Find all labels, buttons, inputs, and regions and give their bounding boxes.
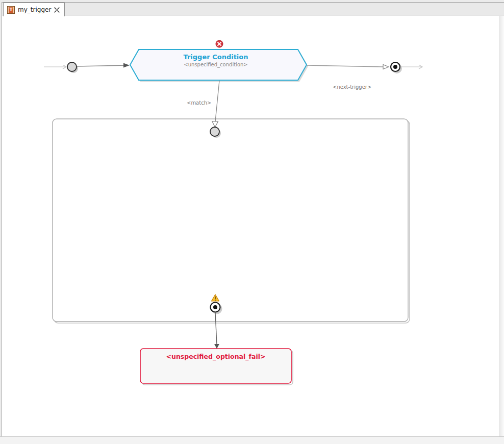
tab-my-trigger[interactable]: T my_trigger xyxy=(3,3,65,16)
end-node-next-trigger[interactable] xyxy=(391,62,402,73)
edge-label-match[interactable]: <match> xyxy=(187,100,211,106)
trigger-file-icon: T xyxy=(7,6,15,14)
workbench: T my_trigger xyxy=(0,0,504,444)
edge-trigger-to-end[interactable] xyxy=(307,65,389,69)
group-region-node[interactable] xyxy=(53,119,410,323)
tab-title: my_trigger xyxy=(18,6,51,13)
trigger-node-title: Trigger Condition xyxy=(183,53,248,61)
fail-node-label: <unspecified_optional_fail> xyxy=(166,353,266,360)
edge-incoming-faint[interactable] xyxy=(44,65,66,69)
edge-label-next-trigger[interactable]: <next-trigger> xyxy=(333,84,371,90)
edge-start-to-trigger[interactable] xyxy=(77,63,130,68)
close-icon[interactable] xyxy=(54,7,60,13)
trigger-node-subtitle: <unspecified_condition> xyxy=(184,62,247,67)
trigger-file-icon-letter: T xyxy=(9,7,13,13)
edge-outgoing-faint[interactable] xyxy=(401,65,422,69)
error-icon xyxy=(216,40,223,47)
start-node[interactable] xyxy=(67,62,78,73)
